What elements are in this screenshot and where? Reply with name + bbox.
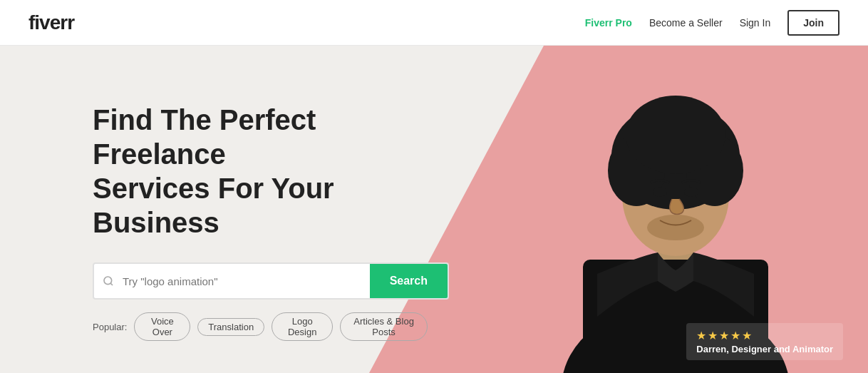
hero-content: Find The Perfect Freelance Services For … — [0, 46, 428, 341]
rating-stars: ★★★★★ — [696, 329, 833, 342]
tag-translation[interactable]: Translation — [197, 318, 264, 336]
tag-logo-design[interactable]: Logo Design — [272, 312, 333, 341]
popular-label: Popular: — [93, 322, 127, 332]
svg-point-10 — [653, 187, 667, 197]
rating-badge: ★★★★★ Darren, Designer and Animator — [686, 323, 843, 360]
logo[interactable]: fiverr — [29, 11, 74, 34]
svg-point-12 — [647, 215, 704, 240]
svg-line-1 — [110, 283, 113, 285]
hero-title: Find The Perfect Freelance Services For … — [93, 103, 428, 240]
svg-point-0 — [104, 277, 112, 285]
rating-name-bold: Designer and Animator — [731, 344, 833, 354]
svg-point-11 — [684, 187, 698, 197]
svg-point-9 — [626, 96, 725, 174]
hero-section: Find The Perfect Freelance Services For … — [0, 46, 868, 373]
nav-links: Fiverr Pro Become a Seller Sign In Join — [585, 10, 839, 36]
sign-in-link[interactable]: Sign In — [740, 17, 771, 29]
search-input[interactable] — [123, 275, 370, 287]
search-button[interactable]: Search — [370, 262, 448, 300]
become-seller-link[interactable]: Become a Seller — [649, 17, 723, 29]
fiverr-pro-link[interactable]: Fiverr Pro — [585, 17, 632, 29]
rating-name: Darren, Designer and Animator — [696, 344, 833, 354]
tag-voice-over[interactable]: Voice Over — [134, 312, 190, 341]
tag-articles[interactable]: Articles & Blog Posts — [340, 312, 428, 341]
rating-name-prefix: Darren, — [696, 344, 731, 354]
navbar: fiverr Fiverr Pro Become a Seller Sign I… — [0, 0, 868, 46]
search-icon — [94, 275, 123, 287]
popular-row: Popular: Voice Over Translation Logo Des… — [93, 312, 428, 341]
search-box: Search — [93, 262, 449, 300]
join-button[interactable]: Join — [787, 10, 839, 36]
